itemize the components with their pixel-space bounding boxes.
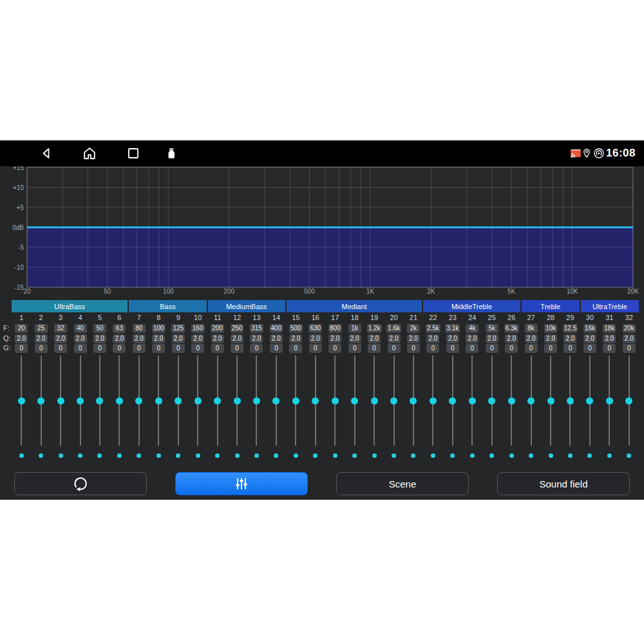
gain-slider-29[interactable] <box>560 355 580 446</box>
freq-value: 25 <box>31 324 50 333</box>
slider-knob[interactable] <box>586 397 593 404</box>
x-axis-tick: 1K <box>366 288 375 295</box>
gain-value: 0 <box>502 344 521 353</box>
sound-field-button[interactable]: Sound field <box>497 472 630 495</box>
slider-knob[interactable] <box>606 397 613 404</box>
gain-value: 0 <box>129 344 149 353</box>
back-button[interactable] <box>38 145 55 162</box>
gain-slider-13[interactable] <box>247 355 266 446</box>
slider-knob[interactable] <box>175 397 182 404</box>
recents-button[interactable] <box>125 145 142 162</box>
gain-slider-30[interactable] <box>580 355 600 446</box>
q-value-chip: 2.0 <box>152 334 165 343</box>
slider-knob[interactable] <box>37 397 44 404</box>
gain-slider-25[interactable] <box>482 355 502 446</box>
freq-value: 5k <box>482 324 502 333</box>
slider-knob[interactable] <box>292 397 299 404</box>
q-value: 2.0 <box>90 334 109 343</box>
slider-knob[interactable] <box>390 397 397 404</box>
slider-knob[interactable] <box>135 397 142 404</box>
gain-slider-20[interactable] <box>384 355 403 446</box>
gain-slider-32[interactable] <box>620 355 639 446</box>
slider-knob[interactable] <box>312 397 319 404</box>
gain-value: 0 <box>70 344 90 353</box>
home-button[interactable] <box>81 145 98 162</box>
band-sliders <box>12 355 639 446</box>
q-value-chip: 2.0 <box>113 334 126 343</box>
gain-slider-24[interactable] <box>462 355 482 446</box>
gain-slider-11[interactable] <box>207 355 227 446</box>
slider-knob[interactable] <box>332 397 339 404</box>
slider-knob[interactable] <box>410 397 417 404</box>
slider-knob[interactable] <box>57 397 64 404</box>
slider-knob[interactable] <box>351 397 358 404</box>
band-dot-cell <box>365 453 384 458</box>
gain-slider-18[interactable] <box>345 355 364 446</box>
gain-slider-27[interactable] <box>521 355 540 446</box>
gain-slider-21[interactable] <box>404 355 423 446</box>
gain-slider-19[interactable] <box>365 355 384 446</box>
slider-knob[interactable] <box>116 397 123 404</box>
slider-knob[interactable] <box>77 397 84 404</box>
gain-slider-4[interactable] <box>70 355 90 446</box>
band-dot-cell <box>560 453 580 458</box>
slider-knob[interactable] <box>469 397 476 404</box>
gain-slider-28[interactable] <box>541 355 560 446</box>
slider-knob[interactable] <box>547 397 554 404</box>
slider-knob[interactable] <box>96 397 103 404</box>
slider-knob[interactable] <box>567 397 574 404</box>
gain-value-chip: 0 <box>54 344 67 353</box>
gain-slider-9[interactable] <box>169 355 188 446</box>
slider-knob[interactable] <box>272 397 279 404</box>
slider-knob[interactable] <box>155 397 162 404</box>
slider-knob[interactable] <box>194 397 202 404</box>
gain-slider-7[interactable] <box>129 355 149 446</box>
gain-value-chip: 0 <box>583 344 596 353</box>
gain-slider-22[interactable] <box>423 355 442 446</box>
gain-slider-15[interactable] <box>286 355 305 446</box>
equalizer-tab-button[interactable] <box>175 472 308 495</box>
gain-slider-5[interactable] <box>90 355 109 446</box>
reset-button[interactable] <box>14 472 147 495</box>
gain-value: 0 <box>51 344 70 353</box>
gain-slider-1[interactable] <box>12 355 31 446</box>
gain-slider-26[interactable] <box>502 355 521 446</box>
slider-knob[interactable] <box>253 397 260 404</box>
band-dot-cell <box>90 453 109 458</box>
gain-slider-17[interactable] <box>325 355 345 446</box>
slider-knob[interactable] <box>234 397 241 404</box>
freq-value: 20 <box>12 324 31 333</box>
slider-knob[interactable] <box>527 397 535 404</box>
scene-button[interactable]: Scene <box>336 472 469 495</box>
gain-slider-12[interactable] <box>227 355 247 446</box>
slider-knob[interactable] <box>214 397 221 404</box>
band-group-treble: Treble <box>522 300 580 312</box>
band-indicator-dot <box>196 453 200 458</box>
band-number: 30 <box>580 313 600 322</box>
band-indicator-dot <box>294 453 298 458</box>
slider-knob[interactable] <box>488 397 495 404</box>
gain-slider-6[interactable] <box>109 355 129 446</box>
gain-slider-10[interactable] <box>188 355 207 446</box>
gain-slider-3[interactable] <box>51 355 70 446</box>
freq-value: 2k <box>404 324 423 333</box>
slider-knob[interactable] <box>508 397 515 404</box>
gain-value: 0 <box>443 344 462 353</box>
slider-knob[interactable] <box>18 397 25 404</box>
slider-knob[interactable] <box>449 397 456 404</box>
slider-knob[interactable] <box>430 397 437 404</box>
freq-value-chip: 800 <box>328 324 342 333</box>
gain-slider-23[interactable] <box>443 355 462 446</box>
gain-slider-8[interactable] <box>149 355 168 446</box>
usb-drive-icon[interactable] <box>163 145 180 162</box>
gain-slider-31[interactable] <box>600 355 619 446</box>
band-group-strip: UltraBassBassMediumBassMediantMiddleTreb… <box>12 300 639 312</box>
gain-slider-16[interactable] <box>306 355 325 446</box>
gain-slider-2[interactable] <box>31 355 50 446</box>
gain-value: 0 <box>267 344 286 353</box>
slider-knob[interactable] <box>625 397 632 404</box>
gain-slider-14[interactable] <box>267 355 286 446</box>
band-frequency-row: 2025324050638010012516020025031540050063… <box>12 324 639 333</box>
slider-knob[interactable] <box>371 397 378 404</box>
q-row-label: Q: <box>3 334 12 342</box>
